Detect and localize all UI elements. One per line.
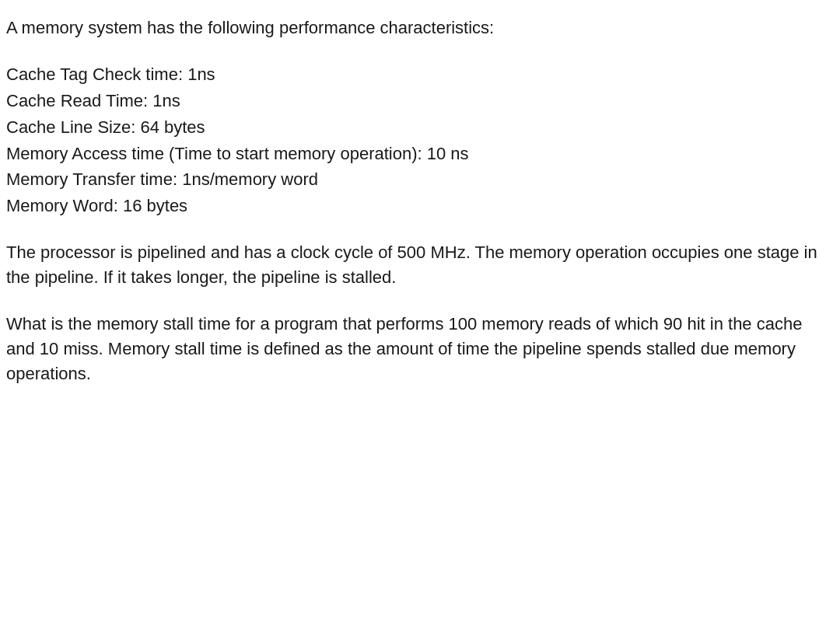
question-text: What is the memory stall time for a prog… <box>6 312 828 386</box>
cache-line-size-line: Cache Line Size: 64 bytes <box>6 115 828 140</box>
memory-word-line: Memory Word: 16 bytes <box>6 194 828 218</box>
specs-block: Cache Tag Check time: 1ns Cache Read Tim… <box>6 62 828 218</box>
cache-tag-check-line: Cache Tag Check time: 1ns <box>6 62 828 87</box>
main-content: A memory system has the following perfor… <box>6 16 828 386</box>
cache-read-time-line: Cache Read Time: 1ns <box>6 89 828 113</box>
intro-text: A memory system has the following perfor… <box>6 16 828 40</box>
processor-text: The processor is pipelined and has a clo… <box>6 240 828 290</box>
memory-transfer-time-line: Memory Transfer time: 1ns/memory word <box>6 167 828 192</box>
memory-access-time-line: Memory Access time (Time to start memory… <box>6 141 828 166</box>
